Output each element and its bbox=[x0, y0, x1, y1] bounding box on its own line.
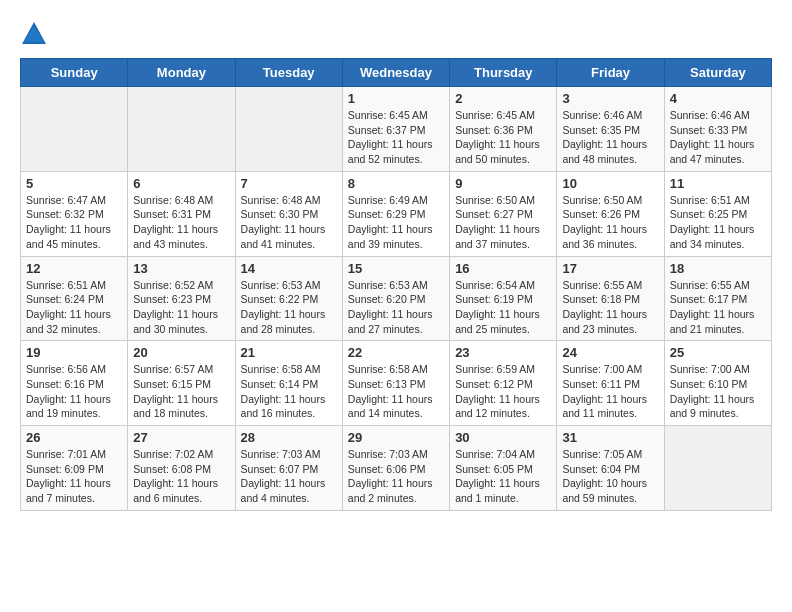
table-row: 9Sunrise: 6:50 AMSunset: 6:27 PMDaylight… bbox=[450, 171, 557, 256]
day-number: 13 bbox=[133, 261, 229, 276]
table-row: 12Sunrise: 6:51 AMSunset: 6:24 PMDayligh… bbox=[21, 256, 128, 341]
table-row: 6Sunrise: 6:48 AMSunset: 6:31 PMDaylight… bbox=[128, 171, 235, 256]
day-info: Sunrise: 6:53 AMSunset: 6:20 PMDaylight:… bbox=[348, 278, 444, 337]
header-tuesday: Tuesday bbox=[235, 59, 342, 87]
table-row: 31Sunrise: 7:05 AMSunset: 6:04 PMDayligh… bbox=[557, 426, 664, 511]
day-info: Sunrise: 6:54 AMSunset: 6:19 PMDaylight:… bbox=[455, 278, 551, 337]
day-number: 7 bbox=[241, 176, 337, 191]
day-number: 12 bbox=[26, 261, 122, 276]
day-number: 11 bbox=[670, 176, 766, 191]
table-row: 2Sunrise: 6:45 AMSunset: 6:36 PMDaylight… bbox=[450, 87, 557, 172]
table-row: 19Sunrise: 6:56 AMSunset: 6:16 PMDayligh… bbox=[21, 341, 128, 426]
table-row: 21Sunrise: 6:58 AMSunset: 6:14 PMDayligh… bbox=[235, 341, 342, 426]
day-info: Sunrise: 7:03 AMSunset: 6:06 PMDaylight:… bbox=[348, 447, 444, 506]
header-sunday: Sunday bbox=[21, 59, 128, 87]
header-saturday: Saturday bbox=[664, 59, 771, 87]
table-row: 30Sunrise: 7:04 AMSunset: 6:05 PMDayligh… bbox=[450, 426, 557, 511]
table-row: 4Sunrise: 6:46 AMSunset: 6:33 PMDaylight… bbox=[664, 87, 771, 172]
day-info: Sunrise: 6:50 AMSunset: 6:27 PMDaylight:… bbox=[455, 193, 551, 252]
table-row: 25Sunrise: 7:00 AMSunset: 6:10 PMDayligh… bbox=[664, 341, 771, 426]
day-info: Sunrise: 6:52 AMSunset: 6:23 PMDaylight:… bbox=[133, 278, 229, 337]
day-number: 25 bbox=[670, 345, 766, 360]
table-row: 29Sunrise: 7:03 AMSunset: 6:06 PMDayligh… bbox=[342, 426, 449, 511]
day-info: Sunrise: 7:00 AMSunset: 6:11 PMDaylight:… bbox=[562, 362, 658, 421]
day-info: Sunrise: 7:01 AMSunset: 6:09 PMDaylight:… bbox=[26, 447, 122, 506]
table-row bbox=[21, 87, 128, 172]
day-number: 21 bbox=[241, 345, 337, 360]
day-number: 5 bbox=[26, 176, 122, 191]
table-row: 10Sunrise: 6:50 AMSunset: 6:26 PMDayligh… bbox=[557, 171, 664, 256]
table-row bbox=[128, 87, 235, 172]
day-number: 8 bbox=[348, 176, 444, 191]
table-row: 13Sunrise: 6:52 AMSunset: 6:23 PMDayligh… bbox=[128, 256, 235, 341]
day-info: Sunrise: 7:02 AMSunset: 6:08 PMDaylight:… bbox=[133, 447, 229, 506]
header-friday: Friday bbox=[557, 59, 664, 87]
table-row: 1Sunrise: 6:45 AMSunset: 6:37 PMDaylight… bbox=[342, 87, 449, 172]
table-row: 11Sunrise: 6:51 AMSunset: 6:25 PMDayligh… bbox=[664, 171, 771, 256]
day-info: Sunrise: 7:04 AMSunset: 6:05 PMDaylight:… bbox=[455, 447, 551, 506]
table-row: 24Sunrise: 7:00 AMSunset: 6:11 PMDayligh… bbox=[557, 341, 664, 426]
table-row: 17Sunrise: 6:55 AMSunset: 6:18 PMDayligh… bbox=[557, 256, 664, 341]
logo-icon bbox=[20, 20, 48, 48]
week-row-1: 1Sunrise: 6:45 AMSunset: 6:37 PMDaylight… bbox=[21, 87, 772, 172]
week-row-5: 26Sunrise: 7:01 AMSunset: 6:09 PMDayligh… bbox=[21, 426, 772, 511]
day-number: 16 bbox=[455, 261, 551, 276]
day-number: 17 bbox=[562, 261, 658, 276]
day-info: Sunrise: 6:46 AMSunset: 6:35 PMDaylight:… bbox=[562, 108, 658, 167]
day-number: 2 bbox=[455, 91, 551, 106]
day-number: 10 bbox=[562, 176, 658, 191]
calendar-table: SundayMondayTuesdayWednesdayThursdayFrid… bbox=[20, 58, 772, 511]
table-row: 14Sunrise: 6:53 AMSunset: 6:22 PMDayligh… bbox=[235, 256, 342, 341]
day-info: Sunrise: 6:58 AMSunset: 6:13 PMDaylight:… bbox=[348, 362, 444, 421]
day-info: Sunrise: 6:45 AMSunset: 6:37 PMDaylight:… bbox=[348, 108, 444, 167]
day-info: Sunrise: 6:55 AMSunset: 6:18 PMDaylight:… bbox=[562, 278, 658, 337]
day-info: Sunrise: 6:48 AMSunset: 6:31 PMDaylight:… bbox=[133, 193, 229, 252]
day-number: 20 bbox=[133, 345, 229, 360]
table-row bbox=[664, 426, 771, 511]
table-row: 27Sunrise: 7:02 AMSunset: 6:08 PMDayligh… bbox=[128, 426, 235, 511]
header-thursday: Thursday bbox=[450, 59, 557, 87]
day-number: 26 bbox=[26, 430, 122, 445]
day-number: 22 bbox=[348, 345, 444, 360]
day-number: 9 bbox=[455, 176, 551, 191]
table-row: 22Sunrise: 6:58 AMSunset: 6:13 PMDayligh… bbox=[342, 341, 449, 426]
week-row-3: 12Sunrise: 6:51 AMSunset: 6:24 PMDayligh… bbox=[21, 256, 772, 341]
day-number: 1 bbox=[348, 91, 444, 106]
calendar-header-row: SundayMondayTuesdayWednesdayThursdayFrid… bbox=[21, 59, 772, 87]
day-number: 19 bbox=[26, 345, 122, 360]
day-number: 4 bbox=[670, 91, 766, 106]
table-row: 15Sunrise: 6:53 AMSunset: 6:20 PMDayligh… bbox=[342, 256, 449, 341]
day-info: Sunrise: 7:05 AMSunset: 6:04 PMDaylight:… bbox=[562, 447, 658, 506]
page-header bbox=[20, 20, 772, 48]
day-number: 30 bbox=[455, 430, 551, 445]
day-number: 24 bbox=[562, 345, 658, 360]
day-info: Sunrise: 6:51 AMSunset: 6:25 PMDaylight:… bbox=[670, 193, 766, 252]
table-row: 5Sunrise: 6:47 AMSunset: 6:32 PMDaylight… bbox=[21, 171, 128, 256]
day-number: 14 bbox=[241, 261, 337, 276]
table-row: 3Sunrise: 6:46 AMSunset: 6:35 PMDaylight… bbox=[557, 87, 664, 172]
table-row: 26Sunrise: 7:01 AMSunset: 6:09 PMDayligh… bbox=[21, 426, 128, 511]
table-row: 28Sunrise: 7:03 AMSunset: 6:07 PMDayligh… bbox=[235, 426, 342, 511]
table-row: 7Sunrise: 6:48 AMSunset: 6:30 PMDaylight… bbox=[235, 171, 342, 256]
day-number: 18 bbox=[670, 261, 766, 276]
day-info: Sunrise: 6:50 AMSunset: 6:26 PMDaylight:… bbox=[562, 193, 658, 252]
day-number: 15 bbox=[348, 261, 444, 276]
day-info: Sunrise: 6:48 AMSunset: 6:30 PMDaylight:… bbox=[241, 193, 337, 252]
week-row-4: 19Sunrise: 6:56 AMSunset: 6:16 PMDayligh… bbox=[21, 341, 772, 426]
logo bbox=[20, 20, 52, 48]
day-info: Sunrise: 6:58 AMSunset: 6:14 PMDaylight:… bbox=[241, 362, 337, 421]
svg-marker-1 bbox=[24, 26, 44, 42]
table-row: 8Sunrise: 6:49 AMSunset: 6:29 PMDaylight… bbox=[342, 171, 449, 256]
day-info: Sunrise: 6:55 AMSunset: 6:17 PMDaylight:… bbox=[670, 278, 766, 337]
day-info: Sunrise: 6:45 AMSunset: 6:36 PMDaylight:… bbox=[455, 108, 551, 167]
day-number: 23 bbox=[455, 345, 551, 360]
day-info: Sunrise: 6:51 AMSunset: 6:24 PMDaylight:… bbox=[26, 278, 122, 337]
table-row: 18Sunrise: 6:55 AMSunset: 6:17 PMDayligh… bbox=[664, 256, 771, 341]
day-info: Sunrise: 7:03 AMSunset: 6:07 PMDaylight:… bbox=[241, 447, 337, 506]
table-row: 16Sunrise: 6:54 AMSunset: 6:19 PMDayligh… bbox=[450, 256, 557, 341]
table-row bbox=[235, 87, 342, 172]
day-info: Sunrise: 7:00 AMSunset: 6:10 PMDaylight:… bbox=[670, 362, 766, 421]
header-monday: Monday bbox=[128, 59, 235, 87]
day-number: 3 bbox=[562, 91, 658, 106]
header-wednesday: Wednesday bbox=[342, 59, 449, 87]
